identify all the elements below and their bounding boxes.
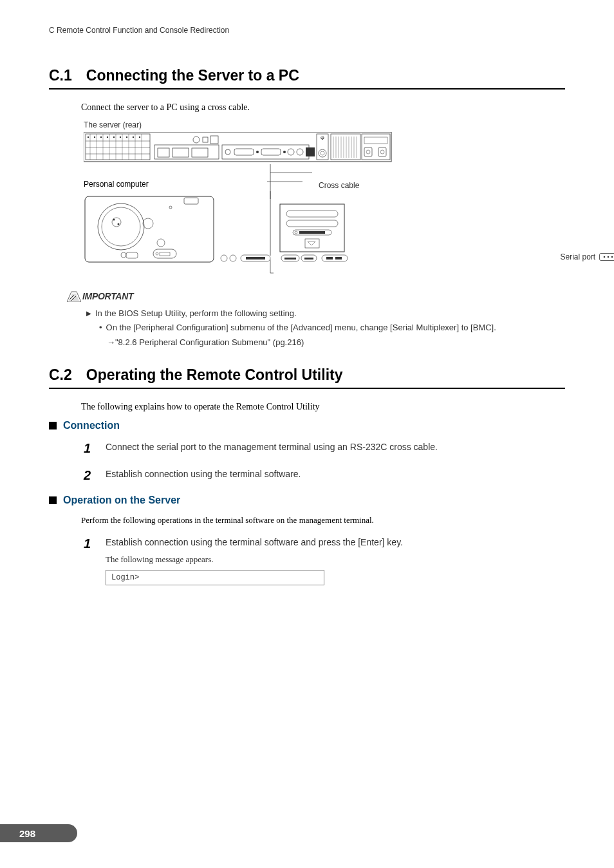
- svg-point-73: [118, 223, 120, 225]
- section-c2-num: C.2: [49, 366, 72, 384]
- section-c1-title: C.1Connecting the Server to a PC: [49, 67, 565, 90]
- svg-rect-32: [234, 149, 254, 155]
- section-c2-title: C.2Operating the Remote Control Utility: [49, 366, 565, 389]
- step-number-2: 2: [84, 467, 95, 483]
- svg-point-85: [230, 255, 236, 261]
- connection-step-1-text: Connect the serial port to the managemen…: [106, 440, 438, 456]
- svg-point-76: [169, 206, 172, 209]
- svg-rect-30: [222, 145, 309, 159]
- svg-rect-79: [160, 252, 170, 256]
- diagram-c1: The server (rear): [84, 120, 565, 278]
- pc-illustration: [84, 191, 367, 275]
- cross-cable-label: Cross cable: [319, 181, 359, 190]
- important-callout: IMPORTANT ▶ In the BIOS Setup Utility, p…: [67, 290, 565, 348]
- svg-point-81: [121, 252, 126, 258]
- svg-rect-43: [331, 134, 360, 160]
- svg-rect-101: [305, 239, 319, 248]
- svg-rect-57: [378, 147, 386, 156]
- svg-point-20: [126, 137, 127, 138]
- page-number: 298: [0, 824, 77, 842]
- svg-rect-26: [192, 148, 208, 157]
- server-rear-label: The server (rear): [84, 120, 565, 129]
- svg-text:⏻: ⏻: [321, 136, 324, 140]
- svg-point-31: [225, 149, 230, 155]
- svg-rect-77: [184, 198, 198, 204]
- svg-rect-1: [86, 134, 150, 160]
- svg-rect-55: [364, 147, 372, 156]
- svg-point-15: [94, 137, 95, 138]
- op-server-intro: Perform the following operations in the …: [81, 515, 565, 525]
- svg-point-33: [256, 151, 259, 153]
- svg-point-58: [380, 150, 384, 154]
- svg-point-21: [133, 137, 134, 138]
- svg-point-27: [193, 137, 200, 143]
- svg-point-42: [321, 151, 324, 155]
- svg-point-14: [88, 137, 89, 138]
- svg-point-41: [319, 149, 326, 157]
- breadcrumb: C Remote Control Function and Console Re…: [49, 26, 565, 35]
- code-login: Login>: [106, 570, 324, 585]
- important-icon: [67, 290, 81, 302]
- svg-rect-93: [326, 257, 333, 259]
- svg-point-69: [98, 203, 144, 250]
- svg-rect-28: [203, 137, 208, 142]
- bullet-icon: •: [99, 323, 102, 332]
- c1-intro: Connect the server to a PC using a cross…: [81, 102, 565, 113]
- op-server-header-text: Operation on the Server: [63, 495, 180, 506]
- svg-point-35: [283, 151, 286, 153]
- svg-point-19: [120, 137, 121, 138]
- svg-point-56: [366, 150, 370, 154]
- svg-rect-24: [158, 148, 169, 157]
- pc-label: Personal computer: [84, 180, 267, 189]
- svg-point-22: [139, 137, 140, 138]
- svg-point-75: [157, 239, 165, 247]
- svg-rect-34: [261, 149, 281, 155]
- c2-intro: The following explains how to operate th…: [81, 402, 565, 412]
- svg-point-80: [156, 252, 158, 255]
- svg-rect-82: [126, 252, 138, 258]
- connection-step-1: 1 Connect the serial port to the managem…: [84, 440, 565, 456]
- svg-rect-92: [322, 255, 348, 261]
- op-server-step-1-text: Establish connection using the terminal …: [106, 536, 403, 549]
- important-sub-2: →"8.2.6 Peripheral Configuration Submenu…: [107, 336, 565, 349]
- square-icon: [49, 422, 57, 429]
- svg-rect-87: [246, 257, 265, 259]
- important-item-1: ▶ In the BIOS Setup Utility, perform the…: [86, 308, 565, 318]
- section-c1-text: Connecting the Server to a PC: [86, 67, 299, 84]
- svg-rect-68: [85, 196, 214, 262]
- server-rear-illustration: ⏻: [84, 132, 393, 164]
- connection-step-2: 2 Establish connection using the termina…: [84, 467, 565, 483]
- serial-port-icon: [599, 253, 614, 261]
- svg-rect-89: [284, 258, 296, 259]
- svg-rect-96: [286, 211, 338, 217]
- svg-point-36: [288, 149, 294, 155]
- op-server-step-1: 1 Establish connection using the termina…: [84, 536, 565, 566]
- svg-point-17: [107, 137, 108, 138]
- svg-point-18: [113, 137, 115, 138]
- section-c1-num: C.1: [49, 67, 72, 84]
- svg-point-37: [297, 149, 303, 155]
- svg-point-100: [295, 231, 297, 234]
- triangle-icon: ▶: [86, 310, 91, 318]
- svg-rect-78: [153, 249, 176, 258]
- svg-rect-91: [304, 258, 313, 259]
- connection-step-2-text: Establish connection using the terminal …: [106, 467, 301, 483]
- svg-rect-99: [299, 231, 325, 234]
- svg-point-84: [221, 255, 227, 261]
- svg-point-74: [143, 218, 153, 229]
- important-header: IMPORTANT: [67, 290, 133, 302]
- svg-rect-94: [335, 257, 342, 259]
- connection-header-text: Connection: [63, 420, 120, 431]
- svg-rect-38: [306, 147, 315, 156]
- svg-point-16: [100, 137, 102, 138]
- op-server-header: Operation on the Server: [49, 495, 565, 506]
- step-number-1: 1: [84, 536, 95, 566]
- important-label: IMPORTANT: [82, 291, 133, 301]
- serial-port-label-2: Serial port: [560, 252, 614, 261]
- square-icon: [49, 496, 57, 504]
- svg-rect-0: [84, 132, 391, 162]
- svg-point-107: [611, 256, 613, 258]
- svg-rect-25: [172, 148, 189, 157]
- svg-rect-97: [286, 220, 338, 227]
- svg-rect-54: [362, 134, 390, 160]
